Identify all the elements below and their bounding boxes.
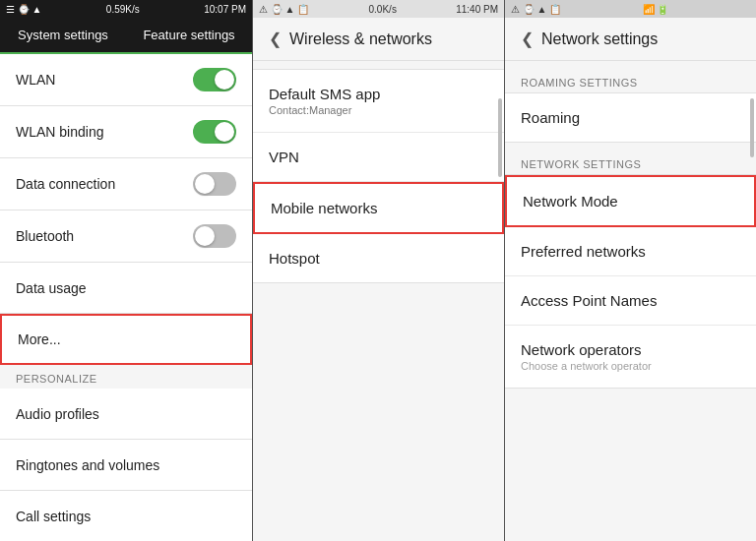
network-header: ❮ Network settings xyxy=(505,18,756,61)
section-network: NETWORK SETTINGS Network Mode Preferred … xyxy=(505,150,756,389)
panel-network-settings: ⚠ ⌚ ▲ 📋 📶 🔋 ❮ Network settings ROAMING S… xyxy=(504,0,756,541)
roaming-section-label: ROAMING SETTINGS xyxy=(505,69,756,92)
panel-wireless-networks: ⚠ ⌚ ▲ 📋 0.0K/s 11:40 PM ❮ Wireless & net… xyxy=(252,0,504,541)
setting-data-connection[interactable]: Data connection xyxy=(0,158,252,210)
network-section-label: NETWORK SETTINGS xyxy=(505,150,756,174)
setting-call-settings[interactable]: Call settings xyxy=(0,491,252,541)
toggle-data-connection[interactable] xyxy=(193,172,236,196)
status-time-2: 11:40 PM xyxy=(456,4,498,15)
status-info: 0.59K/s xyxy=(106,4,140,15)
setting-wlan-binding[interactable]: WLAN binding xyxy=(0,106,252,158)
status-icons-3: ⚠ ⌚ ▲ 📋 xyxy=(511,4,561,15)
menu-default-sms[interactable]: Default SMS app Contact:Manager xyxy=(253,70,504,133)
panel-system-settings: ☰ ⌚ ▲ 0.59K/s 10:07 PM System settings F… xyxy=(0,0,252,541)
menu-mobile-networks[interactable]: Mobile networks xyxy=(253,182,504,234)
network-item-roaming[interactable]: Roaming xyxy=(505,93,756,142)
status-signal-2: 0.0K/s xyxy=(369,4,397,15)
status-time-1: 10:07 PM xyxy=(204,4,246,15)
status-bar-1: ☰ ⌚ ▲ 0.59K/s 10:07 PM xyxy=(0,0,252,18)
network-card: Network Mode Preferred networks Access P… xyxy=(505,174,756,389)
status-icons-left: ☰ ⌚ ▲ xyxy=(6,4,41,15)
setting-data-usage[interactable]: Data usage xyxy=(0,263,252,314)
tabs-bar: System settings Feature settings xyxy=(0,18,252,54)
back-button-2[interactable]: ❮ xyxy=(269,30,282,48)
roaming-card: Roaming xyxy=(505,92,756,143)
section-roaming: ROAMING SETTINGS Roaming xyxy=(505,69,756,143)
toggle-wlan-binding[interactable] xyxy=(193,120,236,144)
network-item-operators[interactable]: Network operators Choose a network opera… xyxy=(505,326,756,388)
setting-wlan[interactable]: WLAN xyxy=(0,54,252,106)
wireless-title: Wireless & networks xyxy=(289,30,432,48)
tab-feature-settings[interactable]: Feature settings xyxy=(126,18,252,52)
network-item-apn[interactable]: Access Point Names xyxy=(505,276,756,326)
tab-system-settings[interactable]: System settings xyxy=(0,18,126,52)
status-signal-3: 📶 🔋 xyxy=(643,4,669,15)
scroll-indicator-3 xyxy=(750,98,754,157)
status-icons-2: ⚠ ⌚ ▲ 📋 xyxy=(259,4,309,15)
setting-bluetooth[interactable]: Bluetooth xyxy=(0,210,252,263)
menu-hotspot[interactable]: Hotspot xyxy=(253,234,504,282)
setting-audio-profiles[interactable]: Audio profiles xyxy=(0,389,252,440)
wireless-menu-card: Default SMS app Contact:Manager VPN Mobi… xyxy=(253,69,504,283)
setting-more[interactable]: More... xyxy=(0,314,252,365)
scroll-indicator-2 xyxy=(498,98,502,177)
setting-ringtones-volumes[interactable]: Ringtones and volumes xyxy=(0,440,252,491)
menu-vpn[interactable]: VPN xyxy=(253,133,504,182)
network-item-preferred[interactable]: Preferred networks xyxy=(505,227,756,276)
back-button-3[interactable]: ❮ xyxy=(521,30,534,48)
status-bar-3: ⚠ ⌚ ▲ 📋 📶 🔋 xyxy=(505,0,756,18)
wireless-header: ❮ Wireless & networks xyxy=(253,18,504,61)
network-item-mode[interactable]: Network Mode xyxy=(505,175,756,227)
toggle-bluetooth[interactable] xyxy=(193,224,236,248)
section-personalize: PERSONALIZE xyxy=(0,365,252,389)
settings-list: WLAN WLAN binding Data connection Blueto… xyxy=(0,54,252,541)
toggle-wlan[interactable] xyxy=(193,68,236,91)
network-title: Network settings xyxy=(541,30,658,48)
status-bar-2: ⚠ ⌚ ▲ 📋 0.0K/s 11:40 PM xyxy=(253,0,504,18)
